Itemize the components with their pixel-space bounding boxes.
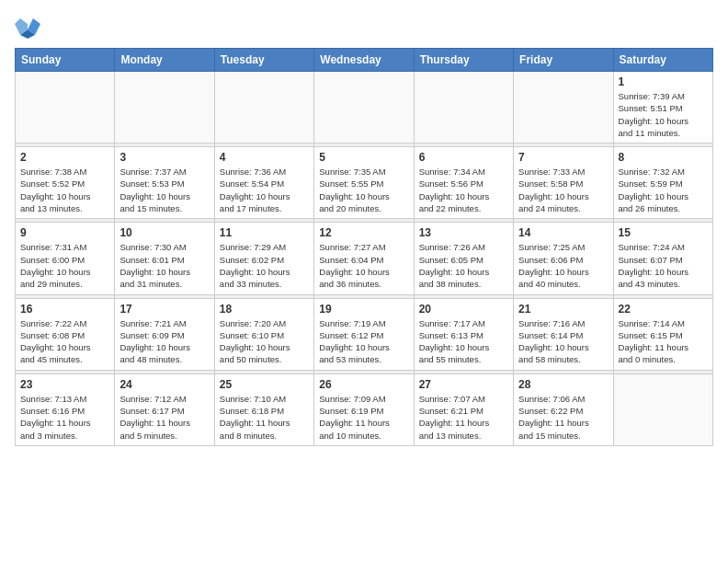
calendar-day-cell: 7Sunrise: 7:33 AM Sunset: 5:58 PM Daylig… <box>514 147 613 219</box>
day-info: Sunrise: 7:26 AM Sunset: 6:05 PM Dayligh… <box>419 241 508 290</box>
page-header <box>15 15 713 40</box>
calendar-week-row: 23Sunrise: 7:13 AM Sunset: 6:16 PM Dayli… <box>16 373 713 445</box>
day-info: Sunrise: 7:31 AM Sunset: 6:00 PM Dayligh… <box>20 241 109 290</box>
calendar-day-cell: 22Sunrise: 7:14 AM Sunset: 6:15 PM Dayli… <box>613 298 712 370</box>
day-info: Sunrise: 7:35 AM Sunset: 5:55 PM Dayligh… <box>319 166 408 214</box>
calendar-day-cell: 21Sunrise: 7:16 AM Sunset: 6:14 PM Dayli… <box>514 298 613 370</box>
calendar-day-cell: 14Sunrise: 7:25 AM Sunset: 6:06 PM Dayli… <box>514 223 613 294</box>
day-number: 19 <box>319 303 408 316</box>
day-number: 18 <box>220 303 309 316</box>
day-info: Sunrise: 7:30 AM Sunset: 6:01 PM Dayligh… <box>119 241 209 290</box>
logo-icon <box>15 15 40 40</box>
day-info: Sunrise: 7:36 AM Sunset: 5:54 PM Dayligh… <box>220 166 309 214</box>
calendar-day-cell: 27Sunrise: 7:07 AM Sunset: 6:21 PM Dayli… <box>414 373 513 445</box>
day-info: Sunrise: 7:33 AM Sunset: 5:58 PM Dayligh… <box>518 166 608 214</box>
day-number: 28 <box>518 378 608 391</box>
day-info: Sunrise: 7:21 AM Sunset: 6:09 PM Dayligh… <box>119 317 209 366</box>
calendar-day-cell: 6Sunrise: 7:34 AM Sunset: 5:56 PM Daylig… <box>414 147 513 219</box>
day-number: 15 <box>619 226 708 239</box>
day-info: Sunrise: 7:39 AM Sunset: 5:51 PM Dayligh… <box>619 90 708 139</box>
weekday-header: Saturday <box>613 49 712 72</box>
logo <box>15 15 42 40</box>
day-number: 23 <box>20 378 109 391</box>
day-info: Sunrise: 7:16 AM Sunset: 6:14 PM Dayligh… <box>518 317 608 366</box>
day-number: 2 <box>20 151 109 164</box>
calendar-day-cell: 23Sunrise: 7:13 AM Sunset: 6:16 PM Dayli… <box>16 373 115 445</box>
day-info: Sunrise: 7:09 AM Sunset: 6:19 PM Dayligh… <box>319 393 408 442</box>
day-info: Sunrise: 7:17 AM Sunset: 6:13 PM Dayligh… <box>419 317 508 366</box>
day-info: Sunrise: 7:14 AM Sunset: 6:15 PM Dayligh… <box>619 317 708 366</box>
day-number: 17 <box>119 303 209 316</box>
weekday-header: Friday <box>514 49 613 72</box>
day-number: 12 <box>319 226 408 239</box>
calendar-day-cell: 10Sunrise: 7:30 AM Sunset: 6:01 PM Dayli… <box>115 223 214 294</box>
calendar-week-row: 16Sunrise: 7:22 AM Sunset: 6:08 PM Dayli… <box>16 298 713 370</box>
day-number: 26 <box>319 378 408 391</box>
day-info: Sunrise: 7:24 AM Sunset: 6:07 PM Dayligh… <box>619 241 708 290</box>
day-info: Sunrise: 7:37 AM Sunset: 5:53 PM Dayligh… <box>119 166 209 214</box>
calendar-day-cell: 8Sunrise: 7:32 AM Sunset: 5:59 PM Daylig… <box>613 147 712 219</box>
calendar-day-cell <box>514 72 613 144</box>
calendar-week-row: 9Sunrise: 7:31 AM Sunset: 6:00 PM Daylig… <box>16 223 713 294</box>
day-number: 14 <box>518 226 608 239</box>
calendar-day-cell: 26Sunrise: 7:09 AM Sunset: 6:19 PM Dayli… <box>314 373 414 445</box>
calendar-day-cell <box>613 373 712 445</box>
day-number: 21 <box>518 303 608 316</box>
day-info: Sunrise: 7:20 AM Sunset: 6:10 PM Dayligh… <box>220 317 309 366</box>
day-info: Sunrise: 7:07 AM Sunset: 6:21 PM Dayligh… <box>419 393 508 442</box>
calendar-day-cell: 25Sunrise: 7:10 AM Sunset: 6:18 PM Dayli… <box>214 373 313 445</box>
calendar-day-cell <box>16 72 115 144</box>
calendar-day-cell: 2Sunrise: 7:38 AM Sunset: 5:52 PM Daylig… <box>16 147 115 219</box>
weekday-header: Monday <box>115 49 214 72</box>
day-number: 11 <box>220 226 309 239</box>
day-number: 3 <box>119 151 209 164</box>
calendar-day-cell <box>214 72 313 144</box>
day-number: 16 <box>20 303 109 316</box>
day-number: 8 <box>619 151 708 164</box>
day-number: 9 <box>20 226 109 239</box>
weekday-header: Tuesday <box>214 49 313 72</box>
day-number: 7 <box>518 151 608 164</box>
weekday-header: Thursday <box>414 49 513 72</box>
calendar-week-row: 1Sunrise: 7:39 AM Sunset: 5:51 PM Daylig… <box>16 72 713 144</box>
day-number: 22 <box>619 303 708 316</box>
day-number: 20 <box>419 303 508 316</box>
day-info: Sunrise: 7:34 AM Sunset: 5:56 PM Dayligh… <box>419 166 508 214</box>
day-info: Sunrise: 7:22 AM Sunset: 6:08 PM Dayligh… <box>20 317 109 366</box>
calendar-day-cell <box>115 72 214 144</box>
day-number: 24 <box>119 378 209 391</box>
weekday-header: Sunday <box>16 49 115 72</box>
day-info: Sunrise: 7:06 AM Sunset: 6:22 PM Dayligh… <box>518 393 608 442</box>
day-info: Sunrise: 7:32 AM Sunset: 5:59 PM Dayligh… <box>619 166 708 214</box>
weekday-header: Wednesday <box>314 49 414 72</box>
calendar-day-cell: 28Sunrise: 7:06 AM Sunset: 6:22 PM Dayli… <box>514 373 613 445</box>
day-info: Sunrise: 7:38 AM Sunset: 5:52 PM Dayligh… <box>20 166 109 214</box>
day-number: 6 <box>419 151 508 164</box>
calendar-table: SundayMondayTuesdayWednesdayThursdayFrid… <box>15 48 713 446</box>
calendar-day-cell <box>314 72 414 144</box>
calendar-week-row: 2Sunrise: 7:38 AM Sunset: 5:52 PM Daylig… <box>16 147 713 219</box>
day-info: Sunrise: 7:19 AM Sunset: 6:12 PM Dayligh… <box>319 317 408 366</box>
calendar-day-cell: 18Sunrise: 7:20 AM Sunset: 6:10 PM Dayli… <box>214 298 313 370</box>
calendar-day-cell: 3Sunrise: 7:37 AM Sunset: 5:53 PM Daylig… <box>115 147 214 219</box>
day-number: 1 <box>619 75 708 88</box>
calendar-day-cell: 9Sunrise: 7:31 AM Sunset: 6:00 PM Daylig… <box>16 223 115 294</box>
calendar-day-cell: 1Sunrise: 7:39 AM Sunset: 5:51 PM Daylig… <box>613 72 712 144</box>
calendar-day-cell <box>414 72 513 144</box>
calendar-day-cell: 5Sunrise: 7:35 AM Sunset: 5:55 PM Daylig… <box>314 147 414 219</box>
calendar-day-cell: 4Sunrise: 7:36 AM Sunset: 5:54 PM Daylig… <box>214 147 313 219</box>
day-info: Sunrise: 7:10 AM Sunset: 6:18 PM Dayligh… <box>220 393 309 442</box>
day-number: 4 <box>220 151 309 164</box>
calendar-day-cell: 13Sunrise: 7:26 AM Sunset: 6:05 PM Dayli… <box>414 223 513 294</box>
calendar-day-cell: 11Sunrise: 7:29 AM Sunset: 6:02 PM Dayli… <box>214 223 313 294</box>
calendar-day-cell: 15Sunrise: 7:24 AM Sunset: 6:07 PM Dayli… <box>613 223 712 294</box>
day-number: 25 <box>220 378 309 391</box>
day-number: 10 <box>119 226 209 239</box>
calendar-day-cell: 19Sunrise: 7:19 AM Sunset: 6:12 PM Dayli… <box>314 298 414 370</box>
calendar-day-cell: 17Sunrise: 7:21 AM Sunset: 6:09 PM Dayli… <box>115 298 214 370</box>
day-info: Sunrise: 7:25 AM Sunset: 6:06 PM Dayligh… <box>518 241 608 290</box>
day-number: 5 <box>319 151 408 164</box>
day-number: 27 <box>419 378 508 391</box>
day-number: 13 <box>419 226 508 239</box>
day-info: Sunrise: 7:27 AM Sunset: 6:04 PM Dayligh… <box>319 241 408 290</box>
